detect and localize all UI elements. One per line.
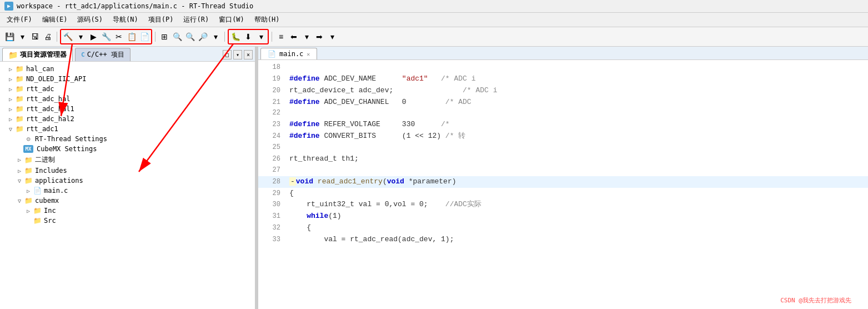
editor-tabs: 📄 main.c ✕ bbox=[258, 47, 868, 60]
tree-item-rt-thread-settings[interactable]: ⚙ RT-Thread Settings bbox=[0, 134, 255, 144]
tree-item-inc[interactable]: ▷ 📁 Inc bbox=[0, 206, 255, 216]
folder-icon: 📁 bbox=[23, 197, 33, 205]
tab-project-explorer-icon: 📁 bbox=[8, 51, 18, 59]
folder-icon: 📁 bbox=[32, 217, 42, 225]
tree-item-nd-oled[interactable]: ▷ 📁 ND_OLED_IIC_API bbox=[0, 74, 255, 84]
panel-minimize-btn[interactable]: □ bbox=[223, 50, 232, 59]
forward-btn[interactable]: ➡ bbox=[313, 31, 325, 43]
tab-main-c[interactable]: 📄 main.c ✕ bbox=[260, 48, 317, 59]
tree-item-src[interactable]: 📁 Src bbox=[0, 216, 255, 226]
tree-item-main-c[interactable]: ▷ 📄 main.c bbox=[0, 186, 255, 196]
view-btn2[interactable]: 🔍 bbox=[171, 31, 183, 43]
forward-dropdown[interactable]: ▾ bbox=[326, 31, 338, 43]
search-dropdown[interactable]: ▾ bbox=[209, 31, 222, 43]
print-btn[interactable]: 🖨 bbox=[42, 31, 54, 43]
main-area: 📁 项目资源管理器 C C/C++ 项目 □ ▾ × ▷ 📁 hal_can bbox=[0, 47, 868, 309]
code-content: rt_thread_t th1; bbox=[289, 153, 359, 165]
line-number: 27 bbox=[263, 165, 280, 176]
tree-item-rtt-adc-hal2[interactable]: ▷ 📁 rtt_adc_hal2 bbox=[0, 114, 255, 124]
view-btn1[interactable]: ⊞ bbox=[158, 31, 170, 43]
menu-navigate[interactable]: 导航(N) bbox=[108, 14, 143, 26]
code-content: #define ADC_DEV_CHANNEL 0 /* ADC bbox=[289, 97, 471, 108]
tree-item-includes[interactable]: ▷ 📁 Includes bbox=[0, 166, 255, 176]
sep3 bbox=[224, 32, 225, 42]
debug-btn[interactable]: 🐛 bbox=[229, 31, 242, 43]
app-icon: ▶ bbox=[4, 2, 13, 11]
save-all-btn[interactable]: 🖫 bbox=[29, 31, 41, 43]
menu-edit[interactable]: 编辑(E) bbox=[38, 14, 72, 26]
folder-icon: 📁 bbox=[14, 85, 24, 93]
code-line: 30 rt_uint32_t val = 0,vol = 0; //ADC实际 bbox=[258, 199, 868, 211]
menu-source[interactable]: 源码(S) bbox=[73, 14, 107, 26]
back-btn[interactable]: ⬅ bbox=[288, 31, 300, 43]
build-dropdown[interactable]: ▾ bbox=[74, 31, 87, 43]
back-dropdown[interactable]: ▾ bbox=[300, 31, 313, 43]
folder-icon: 📁 bbox=[14, 95, 24, 103]
tree-label: applications bbox=[35, 177, 83, 185]
line-number: 23 bbox=[263, 119, 280, 130]
code-content: val = rt_adc_read(adc_dev, 1); bbox=[289, 234, 454, 246]
expand-icon: ▷ bbox=[7, 106, 14, 112]
tree-label: Inc bbox=[44, 207, 56, 215]
layers-btn[interactable]: ≡ bbox=[275, 31, 287, 43]
tree-item-cubemx[interactable]: ▽ 📁 cubemx bbox=[0, 196, 255, 206]
tree-label: main.c bbox=[44, 187, 68, 195]
tree-label: Src bbox=[44, 217, 56, 225]
tree-item-binary[interactable]: ▷ 📁 二进制 bbox=[0, 154, 255, 166]
code-line: 20 rt_adc_device_t adc_dev; /* ADC i bbox=[258, 85, 868, 97]
tree-item-cubemx-settings[interactable]: MX CubeMX Settings bbox=[0, 144, 255, 154]
tab-close-btn[interactable]: ✕ bbox=[307, 51, 310, 57]
code-line: 32 { bbox=[258, 222, 868, 234]
tree-item-applications[interactable]: ▽ 📁 applications bbox=[0, 176, 255, 186]
tab-project-explorer[interactable]: 📁 项目资源管理器 bbox=[2, 48, 73, 61]
tree-item-rtt-adc-hal[interactable]: ▷ 📁 rtt_adc_hal bbox=[0, 94, 255, 104]
tree-item-rtt-adc[interactable]: ▷ 📁 rtt_adc bbox=[0, 84, 255, 94]
cut-btn[interactable]: ✂ bbox=[113, 31, 125, 43]
panel-menu-btn[interactable]: ▾ bbox=[233, 50, 242, 59]
copy-btn[interactable]: 📋 bbox=[126, 31, 138, 43]
save-dropdown[interactable]: ▾ bbox=[16, 31, 28, 43]
line-number: 28 bbox=[263, 177, 280, 187]
panel-close-btn[interactable]: × bbox=[244, 50, 253, 59]
code-content: { bbox=[289, 222, 311, 234]
menu-project[interactable]: 项目(P) bbox=[144, 14, 178, 26]
expand-icon: ▷ bbox=[7, 66, 14, 72]
code-editor[interactable]: 18 19 #define ADC_DEV_NAME "adc1" /* ADC… bbox=[258, 60, 868, 309]
left-panel: 📁 项目资源管理器 C C/C++ 项目 □ ▾ × ▷ 📁 hal_can bbox=[0, 47, 255, 309]
folder-icon: 📁 bbox=[14, 75, 24, 83]
expand-icon: ▷ bbox=[7, 76, 14, 82]
menu-window[interactable]: 窗口(W) bbox=[214, 14, 249, 26]
tree-label: RT-Thread Settings bbox=[35, 135, 107, 143]
tab-cpp-label: C/C++ 项目 bbox=[87, 50, 124, 59]
code-line: 23 #define REFER_VOLTAGE 330 /* bbox=[258, 119, 868, 131]
code-line: 27 bbox=[258, 165, 868, 176]
folder-icon: 📁 bbox=[14, 115, 24, 123]
save-btn[interactable]: 💾 bbox=[3, 31, 16, 43]
run-external-btn[interactable]: ▶ bbox=[87, 31, 99, 43]
tool-btn[interactable]: 🔧 bbox=[100, 31, 112, 43]
tree-item-hal-can[interactable]: ▷ 📁 hal_can bbox=[0, 64, 255, 74]
line-number: 32 bbox=[263, 223, 280, 233]
tree-label: ND_OLED_IIC_API bbox=[26, 75, 86, 83]
menu-run[interactable]: 运行(R) bbox=[179, 14, 213, 26]
tree-label: rtt_adc_hal bbox=[26, 95, 70, 103]
line-number: 19 bbox=[263, 74, 280, 84]
code-content: #define REFER_VOLTAGE 330 /* bbox=[289, 119, 450, 131]
project-tree: ▷ 📁 hal_can ▷ 📁 ND_OLED_IIC_API ▷ 📁 rtt_… bbox=[0, 62, 255, 309]
tree-item-rtt-adc-hal1[interactable]: ▷ 📁 rtt_adc_hal1 bbox=[0, 104, 255, 114]
code-line: 26 rt_thread_t th1; bbox=[258, 153, 868, 165]
settings-icon: ⚙ bbox=[23, 135, 33, 143]
search-btn[interactable]: 🔎 bbox=[197, 31, 209, 43]
build-btn[interactable]: 🔨 bbox=[62, 31, 74, 43]
view-btn3[interactable]: 🔍 bbox=[184, 31, 196, 43]
tab-cpp-project[interactable]: C C/C++ 项目 bbox=[75, 48, 131, 61]
line-number: 31 bbox=[263, 211, 280, 222]
menu-file[interactable]: 文件(F) bbox=[2, 14, 37, 26]
tree-item-rtt-adc1[interactable]: ▽ 📁 rtt_adc1 bbox=[0, 124, 255, 134]
code-content: { bbox=[289, 188, 294, 200]
run-dropdown[interactable]: ▾ bbox=[255, 31, 267, 43]
menu-help[interactable]: 帮助(H) bbox=[250, 14, 284, 26]
run-btn[interactable]: ⬇ bbox=[242, 31, 254, 43]
sep1 bbox=[57, 32, 57, 42]
paste-btn[interactable]: 📄 bbox=[138, 31, 150, 43]
